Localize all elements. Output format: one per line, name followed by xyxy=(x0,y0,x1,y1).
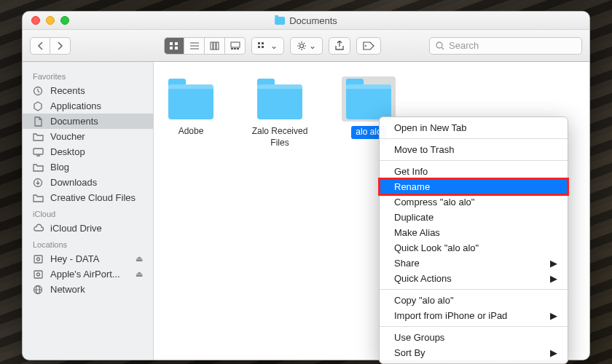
submenu-arrow-icon: ▶ xyxy=(550,310,557,321)
svg-rect-12 xyxy=(234,48,236,50)
close-button[interactable] xyxy=(31,16,40,25)
svg-rect-8 xyxy=(213,42,216,50)
menu-item-label: Sort By xyxy=(394,347,425,358)
view-columns-button[interactable] xyxy=(205,37,225,55)
sidebar-section-header: iCloud xyxy=(23,205,153,221)
menu-item-rename[interactable]: Rename xyxy=(380,179,568,194)
search-input[interactable]: Search xyxy=(429,37,582,55)
svg-rect-10 xyxy=(231,42,240,47)
action-button[interactable]: ⌄ xyxy=(290,37,323,55)
svg-point-29 xyxy=(37,273,40,276)
zoom-button[interactable] xyxy=(60,16,69,25)
search-placeholder: Search xyxy=(449,40,479,51)
view-list-button[interactable] xyxy=(184,37,205,55)
svg-rect-15 xyxy=(262,42,264,44)
minimize-button[interactable] xyxy=(46,16,55,25)
sidebar-item-blog[interactable]: Blog xyxy=(23,159,153,175)
sidebar-item-creative-cloud-files[interactable]: Creative Cloud Files xyxy=(23,190,153,205)
menu-item-import-from-iphone-or-ipad[interactable]: Import from iPhone or iPad▶ xyxy=(380,308,568,323)
menu-item-compress-alo-alo[interactable]: Compress "alo alo" xyxy=(380,194,568,210)
download-icon xyxy=(33,178,44,188)
sidebar-item-desktop[interactable]: Desktop xyxy=(23,144,153,159)
svg-rect-23 xyxy=(34,149,43,154)
menu-item-duplicate[interactable]: Duplicate xyxy=(380,210,568,225)
folder-item[interactable]: Zalo Received Files xyxy=(247,76,313,149)
menu-item-copy-alo-alo[interactable]: Copy "alo alo" xyxy=(380,293,568,308)
context-menu: Open in New TabMove to TrashGet InfoRena… xyxy=(379,116,568,364)
sidebar-item-label: Documents xyxy=(50,116,98,127)
sidebar-item-label: Hey - DATA xyxy=(50,253,99,264)
svg-rect-9 xyxy=(216,42,219,50)
svg-rect-1 xyxy=(175,42,178,45)
menu-item-label: Use Groups xyxy=(394,332,444,343)
sidebar-item-apple-s-airport-[interactable]: Apple's AirPort...⏏ xyxy=(23,266,153,282)
sidebar-item-documents[interactable]: Documents xyxy=(23,114,153,129)
menu-item-make-alias[interactable]: Make Alias xyxy=(380,225,568,240)
window-title: Documents xyxy=(289,15,337,26)
sidebar-item-network[interactable]: Network xyxy=(23,282,153,297)
toolbar: ⌄ ⌄ Search xyxy=(23,30,589,62)
eject-icon[interactable]: ⏏ xyxy=(136,269,143,279)
menu-item-open-in-new-tab[interactable]: Open in New Tab xyxy=(380,120,568,135)
sidebar-item-voucher[interactable]: Voucher xyxy=(23,129,153,144)
menu-item-quick-look-alo-alo[interactable]: Quick Look "alo alo" xyxy=(380,240,568,256)
sidebar-item-label: Network xyxy=(50,284,85,295)
submenu-arrow-icon: ▶ xyxy=(550,258,557,269)
tags-button[interactable] xyxy=(356,37,381,55)
sidebar-item-label: Apple's AirPort... xyxy=(50,269,120,280)
menu-item-sort-by[interactable]: Sort By▶ xyxy=(380,345,568,360)
menu-item-use-groups[interactable]: Use Groups xyxy=(380,330,568,345)
svg-rect-14 xyxy=(258,42,260,44)
sidebar-item-label: Downloads xyxy=(50,177,97,188)
svg-rect-11 xyxy=(231,48,233,50)
folder-icon xyxy=(33,193,44,203)
folder-item[interactable]: Adobe xyxy=(164,76,218,138)
sidebar-item-label: Recents xyxy=(50,85,85,96)
back-button[interactable] xyxy=(30,37,50,55)
folder-icon xyxy=(168,84,213,119)
view-gallery-button[interactable] xyxy=(225,37,246,55)
globe-icon xyxy=(33,285,44,295)
sidebar-section-header: Locations xyxy=(23,236,153,251)
share-button[interactable] xyxy=(329,37,350,55)
disk-icon xyxy=(33,254,44,264)
svg-rect-16 xyxy=(258,46,260,48)
eject-icon[interactable]: ⏏ xyxy=(136,254,143,264)
submenu-arrow-icon: ▶ xyxy=(550,347,557,358)
titlebar[interactable]: Documents xyxy=(23,12,589,30)
svg-point-18 xyxy=(300,44,304,47)
sidebar-item-label: iCloud Drive xyxy=(50,223,102,234)
desktop-icon xyxy=(33,147,44,157)
clock-icon xyxy=(33,86,44,96)
svg-rect-3 xyxy=(175,47,178,50)
menu-item-label: Duplicate xyxy=(394,212,434,223)
sidebar-item-label: Voucher xyxy=(50,131,85,142)
sidebar-item-applications[interactable]: Applications xyxy=(23,98,153,114)
menu-item-get-info[interactable]: Get Info xyxy=(380,164,568,179)
menu-item-label: Get Info xyxy=(394,166,428,177)
svg-rect-13 xyxy=(237,48,239,50)
menu-item-share[interactable]: Share▶ xyxy=(380,256,568,271)
sidebar-item-icloud-drive[interactable]: iCloud Drive xyxy=(23,221,153,236)
menu-item-label: Move to Trash xyxy=(394,144,454,155)
sidebar-item-recents[interactable]: Recents xyxy=(23,83,153,98)
menu-item-quick-actions[interactable]: Quick Actions▶ xyxy=(380,271,568,286)
arrange-button[interactable]: ⌄ xyxy=(251,37,284,55)
sidebar-item-downloads[interactable]: Downloads xyxy=(23,175,153,190)
search-icon xyxy=(436,41,444,50)
menu-item-move-to-trash[interactable]: Move to Trash xyxy=(380,142,568,157)
sidebar-item-hey-data[interactable]: Hey - DATA⏏ xyxy=(23,251,153,266)
sidebar-section-header: Favorites xyxy=(23,68,153,83)
svg-point-27 xyxy=(37,258,40,261)
folder-icon xyxy=(33,132,44,142)
svg-rect-2 xyxy=(170,47,173,50)
menu-item-label: Rename xyxy=(394,181,430,192)
svg-point-20 xyxy=(436,42,442,48)
view-icons-button[interactable] xyxy=(164,37,184,55)
svg-rect-17 xyxy=(262,46,264,48)
sidebar: FavoritesRecentsApplicationsDocumentsVou… xyxy=(23,62,154,360)
forward-button[interactable] xyxy=(50,37,71,55)
folder-icon xyxy=(346,84,391,119)
title-folder-icon xyxy=(275,17,285,25)
sidebar-item-label: Blog xyxy=(50,162,69,173)
